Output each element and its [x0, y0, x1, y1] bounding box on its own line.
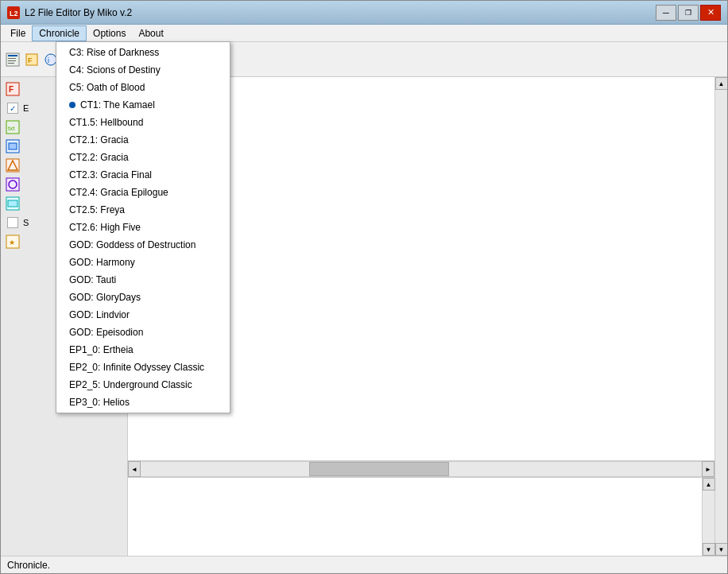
scroll-track-v2[interactable] — [703, 491, 714, 543]
chronicle-option-label: CT2.5: Freya — [69, 204, 125, 215]
menu-bar: File Chronicle Options About — [1, 25, 727, 42]
sidebar-icon-3: txt — [6, 120, 20, 134]
selected-bullet — [69, 102, 76, 108]
text-area-pane[interactable]: ▲ ▼ — [128, 477, 714, 556]
svg-rect-6 — [8, 63, 14, 64]
svg-rect-3 — [8, 55, 17, 56]
scroll-down-arrow-2[interactable]: ▼ — [703, 543, 715, 556]
chronicle-option-ep25[interactable]: EP2_5: Underground Classic — [56, 376, 230, 394]
close-button[interactable]: ✕ — [700, 5, 721, 21]
chronicle-option-label: CT2.6: High Five — [69, 222, 141, 233]
chronicle-option-c5[interactable]: C5: Oath of Blood — [56, 79, 230, 96]
chronicle-option-label: GOD: GloryDays — [69, 292, 141, 303]
scroll-thumb-h[interactable] — [309, 462, 450, 476]
svg-text:F: F — [9, 85, 14, 94]
chronicle-option-label: GOD: Harmony — [69, 257, 135, 268]
svg-rect-25 — [9, 143, 17, 149]
chronicle-option-ep20[interactable]: EP2_0: Infinite Odyssey Classic — [56, 359, 230, 376]
scroll-left-arrow[interactable]: ◄ — [128, 461, 141, 477]
scroll-up-arrow[interactable]: ▲ — [715, 77, 728, 90]
scroll-down-arrow[interactable]: ▼ — [715, 543, 728, 556]
menu-options[interactable]: Options — [87, 25, 132, 41]
svg-text:F: F — [28, 56, 33, 64]
sidebar-icon-1: F — [6, 82, 20, 96]
svg-rect-5 — [8, 60, 16, 61]
chronicle-option-label: CT1.5: Hellbound — [69, 117, 143, 128]
chronicle-option-label: CT2.4: Gracia Epilogue — [69, 187, 168, 198]
restore-button[interactable]: ❐ — [678, 5, 699, 21]
chronicle-option-ep30[interactable]: EP3_0: Helios — [56, 394, 230, 411]
status-text: Chronicle. — [7, 560, 50, 571]
svg-rect-31 — [8, 200, 17, 207]
sidebar-icon-2: ✓ — [6, 101, 20, 115]
sidebar-icon-8 — [6, 215, 20, 230]
chronicle-option-c3[interactable]: C3: Rise of Darkness — [56, 44, 230, 61]
chronicle-option-label: CT2.1: Gracia — [69, 134, 129, 145]
chronicle-option-ct26[interactable]: CT2.6: High Five — [56, 219, 230, 236]
chronicle-option-label: CT1: The Kamael — [80, 99, 155, 111]
toolbar-icon-2[interactable]: F — [23, 51, 41, 68]
main-window: L2 L2 File Editor By Miko v.2 ─ ❐ ✕ File… — [0, 0, 728, 574]
chronicle-option-label: CT2.3: Gracia Final — [69, 169, 152, 180]
chronicle-option-label: GOD: Goddess of Destruction — [69, 239, 196, 250]
title-text: L2 File Editor By Miko v.2 — [25, 7, 132, 18]
svg-text:★: ★ — [9, 239, 15, 246]
svg-rect-4 — [8, 58, 16, 59]
vertical-scrollbar[interactable]: ▲ ▼ — [714, 77, 727, 556]
chronicle-option-ct15[interactable]: CT1.5: Hellbound — [56, 114, 230, 131]
chronicle-option-label: GOD: Epeisodion — [69, 327, 143, 338]
svg-text:L2: L2 — [10, 10, 18, 17]
chronicle-option-label: GOD: Lindvior — [69, 309, 130, 320]
horizontal-scrollbar[interactable]: ◄ ► — [128, 461, 714, 477]
svg-text:txt: txt — [8, 125, 15, 132]
title-bar: L2 L2 File Editor By Miko v.2 ─ ❐ ✕ — [1, 1, 727, 25]
chronicle-option-ct1[interactable]: CT1: The Kamael — [56, 96, 230, 114]
chronicle-option-label: C5: Oath of Blood — [69, 82, 145, 93]
chronicle-option-god2[interactable]: GOD: Harmony — [56, 254, 230, 271]
chronicle-dropdown-menu: C3: Rise of DarknessC4: Scions of Destin… — [56, 41, 230, 413]
minimize-button[interactable]: ─ — [656, 5, 676, 21]
chronicle-option-ct25[interactable]: CT2.5: Freya — [56, 201, 230, 219]
chronicle-option-ct24[interactable]: CT2.4: Gracia Epilogue — [56, 184, 230, 201]
bottom-section: ◄ ► ▲ ▼ — [128, 460, 714, 556]
toggle-check-2[interactable] — [7, 217, 18, 228]
scroll-track-v[interactable] — [715, 90, 727, 543]
chronicle-option-god5[interactable]: GOD: Lindvior — [56, 306, 230, 324]
chronicle-option-c4[interactable]: C4: Scions of Destiny — [56, 61, 230, 79]
chronicle-option-ct21[interactable]: CT2.1: Gracia — [56, 131, 230, 149]
vertical-scrollbar-2[interactable]: ▲ ▼ — [702, 478, 714, 556]
chronicle-option-label: CT2.2: Gracia — [69, 152, 129, 163]
toggle-check-1[interactable]: ✓ — [7, 103, 18, 114]
scroll-right-arrow[interactable]: ► — [702, 461, 714, 477]
sidebar-icon-4 — [6, 139, 20, 153]
scroll-up-arrow-2[interactable]: ▲ — [703, 478, 715, 491]
chronicle-option-god4[interactable]: GOD: GloryDays — [56, 289, 230, 306]
chronicle-option-god3[interactable]: GOD: Tauti — [56, 271, 230, 289]
sidebar-label-8: S — [23, 218, 29, 227]
svg-text:i: i — [48, 56, 49, 64]
chronicle-option-label: C4: Scions of Destiny — [69, 64, 161, 76]
chronicle-option-label: C3: Rise of Darkness — [69, 47, 159, 58]
toolbar-icon-1[interactable] — [4, 51, 21, 68]
title-bar-left: L2 L2 File Editor By Miko v.2 — [7, 6, 132, 19]
sidebar-icon-7 — [6, 196, 20, 211]
chronicle-option-label: EP1_0: Ertheia — [69, 344, 134, 355]
chronicle-option-label: EP3_0: Helios — [69, 397, 130, 408]
app-icon: L2 — [7, 6, 20, 19]
chronicle-option-ct23[interactable]: CT2.3: Gracia Final — [56, 166, 230, 184]
chronicle-option-ep10[interactable]: EP1_0: Ertheia — [56, 341, 230, 359]
menu-file[interactable]: File — [4, 25, 32, 41]
scroll-track-h[interactable] — [141, 462, 702, 476]
sidebar-label-2: E — [23, 103, 29, 113]
chronicle-option-god6[interactable]: GOD: Epeisodion — [56, 324, 230, 341]
title-bar-buttons: ─ ❐ ✕ — [656, 5, 721, 21]
chronicle-option-label: EP2_5: Underground Classic — [69, 379, 192, 390]
sidebar-icon-9: ★ — [6, 235, 20, 249]
menu-chronicle[interactable]: Chronicle — [32, 25, 87, 41]
menu-about[interactable]: About — [132, 25, 169, 41]
chronicle-option-label: GOD: Tauti — [69, 274, 116, 285]
chronicle-option-ct22[interactable]: CT2.2: Gracia — [56, 149, 230, 166]
chronicle-option-god1[interactable]: GOD: Goddess of Destruction — [56, 236, 230, 254]
sidebar-icon-6 — [6, 177, 20, 192]
status-bar: Chronicle. — [1, 556, 727, 573]
